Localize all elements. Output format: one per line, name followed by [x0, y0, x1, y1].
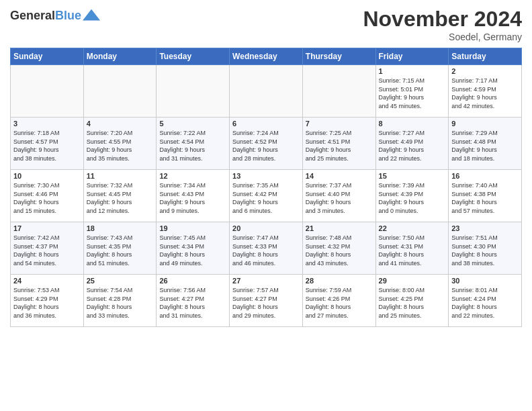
day-info: Sunrise: 7:15 AM Sunset: 5:01 PM Dayligh…: [379, 77, 446, 110]
weekday-monday: Monday: [83, 48, 157, 65]
day-cell: 25Sunrise: 7:54 AM Sunset: 4:28 PM Dayli…: [83, 275, 157, 327]
day-number: 26: [159, 277, 226, 285]
day-cell: 29Sunrise: 8:00 AM Sunset: 4:25 PM Dayli…: [375, 275, 449, 327]
day-number: 7: [306, 120, 373, 128]
day-info: Sunrise: 7:37 AM Sunset: 4:40 PM Dayligh…: [306, 181, 373, 215]
day-cell: 20Sunrise: 7:47 AM Sunset: 4:33 PM Dayli…: [230, 222, 303, 275]
day-cell: [302, 65, 375, 118]
weekday-header-row: SundayMondayTuesdayWednesdayThursdayFrid…: [11, 48, 522, 65]
day-cell: 22Sunrise: 7:50 AM Sunset: 4:31 PM Dayli…: [375, 222, 449, 275]
day-number: 17: [13, 224, 81, 232]
day-cell: [157, 65, 230, 118]
weekday-saturday: Saturday: [449, 48, 522, 65]
day-number: 29: [379, 277, 446, 285]
day-info: Sunrise: 7:25 AM Sunset: 4:51 PM Dayligh…: [306, 129, 373, 163]
day-number: 28: [306, 277, 373, 285]
calendar-table: SundayMondayTuesdayWednesdayThursdayFrid…: [10, 48, 522, 327]
day-cell: 11Sunrise: 7:32 AM Sunset: 4:45 PM Dayli…: [83, 170, 157, 222]
day-cell: 6Sunrise: 7:24 AM Sunset: 4:52 PM Daylig…: [230, 118, 303, 170]
day-info: Sunrise: 7:53 AM Sunset: 4:29 PM Dayligh…: [13, 286, 81, 320]
day-cell: [11, 65, 84, 118]
day-cell: 30Sunrise: 8:01 AM Sunset: 4:24 PM Dayli…: [449, 275, 522, 327]
day-info: Sunrise: 7:20 AM Sunset: 4:55 PM Dayligh…: [87, 129, 154, 163]
page-container: GeneralBlue November 2024 Soedel, German…: [0, 0, 532, 334]
day-cell: 19Sunrise: 7:45 AM Sunset: 4:34 PM Dayli…: [157, 222, 230, 275]
day-info: Sunrise: 8:01 AM Sunset: 4:24 PM Dayligh…: [451, 286, 519, 320]
day-info: Sunrise: 7:35 AM Sunset: 4:42 PM Dayligh…: [232, 181, 300, 215]
day-cell: 27Sunrise: 7:57 AM Sunset: 4:27 PM Dayli…: [230, 275, 303, 327]
day-cell: 3Sunrise: 7:18 AM Sunset: 4:57 PM Daylig…: [11, 118, 84, 170]
day-cell: 16Sunrise: 7:40 AM Sunset: 4:38 PM Dayli…: [449, 170, 522, 222]
day-info: Sunrise: 7:54 AM Sunset: 4:28 PM Dayligh…: [87, 286, 154, 320]
day-cell: 28Sunrise: 7:59 AM Sunset: 4:26 PM Dayli…: [302, 275, 375, 327]
day-cell: 14Sunrise: 7:37 AM Sunset: 4:40 PM Dayli…: [302, 170, 375, 222]
day-info: Sunrise: 7:34 AM Sunset: 4:43 PM Dayligh…: [159, 181, 226, 215]
day-cell: 5Sunrise: 7:22 AM Sunset: 4:54 PM Daylig…: [157, 118, 230, 170]
day-cell: [83, 65, 157, 118]
day-info: Sunrise: 7:57 AM Sunset: 4:27 PM Dayligh…: [232, 286, 300, 320]
day-number: 18: [87, 224, 154, 232]
day-info: Sunrise: 7:39 AM Sunset: 4:39 PM Dayligh…: [379, 181, 446, 215]
week-row-2: 3Sunrise: 7:18 AM Sunset: 4:57 PM Daylig…: [11, 118, 522, 170]
day-cell: 26Sunrise: 7:56 AM Sunset: 4:27 PM Dayli…: [157, 275, 230, 327]
day-info: Sunrise: 7:48 AM Sunset: 4:32 PM Dayligh…: [306, 234, 373, 267]
day-info: Sunrise: 7:50 AM Sunset: 4:31 PM Dayligh…: [379, 234, 446, 267]
day-cell: 15Sunrise: 7:39 AM Sunset: 4:39 PM Dayli…: [375, 170, 449, 222]
day-cell: 4Sunrise: 7:20 AM Sunset: 4:55 PM Daylig…: [83, 118, 157, 170]
day-info: Sunrise: 7:40 AM Sunset: 4:38 PM Dayligh…: [451, 181, 519, 215]
header: GeneralBlue November 2024 Soedel, German…: [10, 7, 522, 42]
day-cell: 9Sunrise: 7:29 AM Sunset: 4:48 PM Daylig…: [449, 118, 522, 170]
day-number: 1: [379, 67, 446, 75]
day-cell: 18Sunrise: 7:43 AM Sunset: 4:35 PM Dayli…: [83, 222, 157, 275]
day-cell: 24Sunrise: 7:53 AM Sunset: 4:29 PM Dayli…: [11, 275, 84, 327]
day-number: 25: [87, 277, 154, 285]
day-cell: 7Sunrise: 7:25 AM Sunset: 4:51 PM Daylig…: [302, 118, 375, 170]
weekday-wednesday: Wednesday: [230, 48, 303, 65]
day-info: Sunrise: 7:30 AM Sunset: 4:46 PM Dayligh…: [13, 181, 81, 215]
day-number: 13: [232, 172, 300, 180]
day-info: Sunrise: 7:42 AM Sunset: 4:37 PM Dayligh…: [13, 234, 81, 267]
day-number: 11: [87, 172, 154, 180]
day-info: Sunrise: 7:29 AM Sunset: 4:48 PM Dayligh…: [451, 129, 519, 163]
day-number: 15: [379, 172, 446, 180]
weekday-friday: Friday: [375, 48, 449, 65]
day-number: 9: [451, 120, 519, 128]
day-info: Sunrise: 7:56 AM Sunset: 4:27 PM Dayligh…: [159, 286, 226, 320]
day-cell: 13Sunrise: 7:35 AM Sunset: 4:42 PM Dayli…: [230, 170, 303, 222]
weekday-sunday: Sunday: [11, 48, 84, 65]
day-info: Sunrise: 7:59 AM Sunset: 4:26 PM Dayligh…: [306, 286, 373, 320]
day-number: 24: [13, 277, 81, 285]
location-subtitle: Soedel, Germany: [363, 32, 522, 42]
day-number: 3: [13, 120, 81, 128]
day-cell: 12Sunrise: 7:34 AM Sunset: 4:43 PM Dayli…: [157, 170, 230, 222]
day-cell: 10Sunrise: 7:30 AM Sunset: 4:46 PM Dayli…: [11, 170, 84, 222]
day-number: 27: [232, 277, 300, 285]
day-info: Sunrise: 7:27 AM Sunset: 4:49 PM Dayligh…: [379, 129, 446, 163]
week-row-3: 10Sunrise: 7:30 AM Sunset: 4:46 PM Dayli…: [11, 170, 522, 222]
day-info: Sunrise: 7:47 AM Sunset: 4:33 PM Dayligh…: [232, 234, 300, 267]
logo: GeneralBlue: [10, 7, 101, 26]
day-info: Sunrise: 7:32 AM Sunset: 4:45 PM Dayligh…: [87, 181, 154, 215]
day-info: Sunrise: 7:45 AM Sunset: 4:34 PM Dayligh…: [159, 234, 226, 267]
logo-text: GeneralBlue: [10, 9, 81, 23]
week-row-5: 24Sunrise: 7:53 AM Sunset: 4:29 PM Dayli…: [11, 275, 522, 327]
day-number: 2: [451, 67, 519, 75]
day-number: 21: [306, 224, 373, 232]
month-title: November 2024: [363, 7, 522, 32]
day-cell: 21Sunrise: 7:48 AM Sunset: 4:32 PM Dayli…: [302, 222, 375, 275]
day-number: 14: [306, 172, 373, 180]
day-info: Sunrise: 7:17 AM Sunset: 4:59 PM Dayligh…: [451, 77, 519, 110]
logo-content: GeneralBlue: [10, 7, 101, 26]
day-number: 30: [451, 277, 519, 285]
day-number: 6: [232, 120, 300, 128]
day-number: 12: [159, 172, 226, 180]
week-row-1: 1Sunrise: 7:15 AM Sunset: 5:01 PM Daylig…: [11, 65, 522, 118]
weekday-thursday: Thursday: [302, 48, 375, 65]
weekday-tuesday: Tuesday: [157, 48, 230, 65]
day-number: 10: [13, 172, 81, 180]
day-number: 20: [232, 224, 300, 232]
day-cell: [230, 65, 303, 118]
day-number: 16: [451, 172, 519, 180]
day-info: Sunrise: 7:22 AM Sunset: 4:54 PM Dayligh…: [159, 129, 226, 163]
day-cell: 8Sunrise: 7:27 AM Sunset: 4:49 PM Daylig…: [375, 118, 449, 170]
